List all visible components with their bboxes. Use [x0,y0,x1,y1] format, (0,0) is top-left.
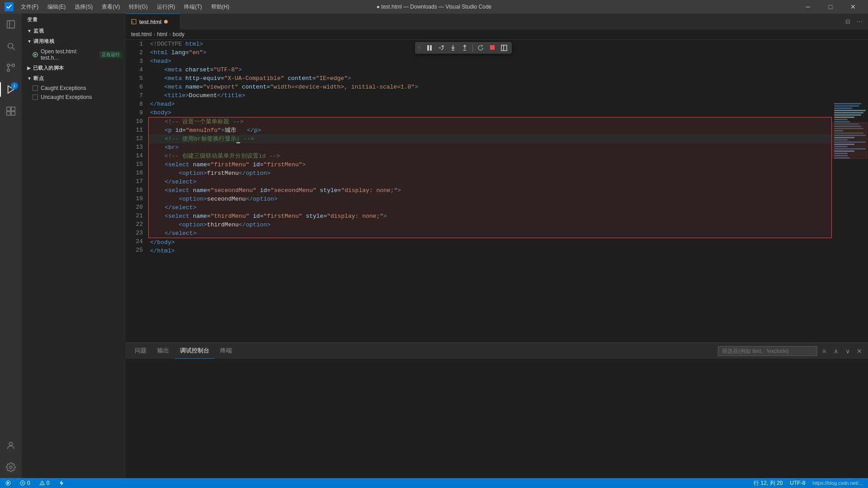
editor-content: 12345 678910 1112131415 1617181920 21222… [126,40,868,343]
loaded-scripts-header[interactable]: ▶ 已载入的脚本 [22,63,126,73]
breakpoints-section-header[interactable]: ▼ 断点 [22,73,126,84]
uncaught-exceptions-checkbox[interactable] [33,94,38,100]
cursor-position[interactable]: 行 12, 列 20 [752,479,784,487]
code-line-18: <select name="seceondMenu" id="seceondMe… [149,186,831,195]
code-line-21: <select name="thirdMenu" id="firstMenu" … [149,212,831,221]
code-line-13: <br> [149,143,831,152]
svg-rect-55 [833,122,867,159]
debug-flash-indicator[interactable] [57,480,66,486]
caught-exceptions-label: Caught Exceptions [41,85,86,91]
code-line-23: </select> [149,229,831,238]
errors-count[interactable]: 0 [18,480,32,486]
code-line-3: <head> [148,57,832,66]
code-line-14: <!-- 创建三级联动菜单并分别设置id --> [149,152,831,160]
loaded-scripts-label: 已载入的脚本 [33,65,64,71]
svg-line-3 [13,48,15,50]
tab-output[interactable]: 输出 [152,343,175,359]
editor-tabbar: h test.html ⊟ ⋯ [126,14,868,29]
menu-select[interactable]: 选择(S) [71,2,96,12]
external-link[interactable]: https://blog.csdn.net/... [811,480,864,486]
settings-icon[interactable] [0,456,22,478]
warnings-count[interactable]: 0 [38,480,52,486]
menu-edit[interactable]: 编辑(E) [44,2,69,12]
editor-actions: ⊟ ⋯ [839,14,868,29]
watch-section-header[interactable]: ▼ 监视 [22,26,126,36]
more-actions-button[interactable]: ⋯ [854,17,864,27]
breadcrumb: test.html › html › body [126,29,868,40]
restart-button[interactable] [476,43,486,53]
panel-maximize-button[interactable]: ∨ [843,346,853,356]
tab-filename: test.html [139,19,161,25]
step-over-button[interactable] [436,43,446,53]
callstack-section-header[interactable]: ▼ 调用堆栈 [22,36,126,47]
menu-goto[interactable]: 转到(G) [125,2,151,12]
step-into-button[interactable] [448,43,458,53]
debug-status[interactable] [4,480,13,486]
sidebar-item-debug[interactable]: 1 [0,79,22,100]
toolbar-drag-handle[interactable]: ⠿ [418,46,421,51]
code-line-4: <meta charset="UTF-8"> [148,66,832,74]
pause-button[interactable] [425,43,434,53]
breakpoint-item-uncaught[interactable]: Uncaught Exceptions [22,93,126,102]
panel-close-button[interactable]: ✕ [854,346,864,356]
callstack-item[interactable]: Open test.html: test.h... 正在运行 [22,47,126,63]
statusbar-right: 行 12, 列 20 UTF-8 https://blog.csdn.net/.… [752,479,864,487]
sidebar-item-source-control[interactable] [0,57,22,79]
code-line-19: <option>seceondMenu</option> [149,195,831,203]
sidebar-title: 变量 [22,14,126,26]
debug-console-filter[interactable] [718,346,817,356]
breadcrumb-sep-2: › [169,31,171,38]
panel-tab-actions: ≡ ∧ ∨ ✕ [718,346,864,356]
menu-terminal[interactable]: 终端(T) [180,2,205,12]
breadcrumb-file[interactable]: test.html [131,31,151,38]
code-line-8: </head> [148,100,832,108]
code-line-15: <select name="firstMenu" id="firstMenu"> [149,160,831,169]
svg-rect-26 [501,45,507,51]
code-line-20: </select> [149,203,831,212]
tab-test-html[interactable]: h test.html [126,14,180,29]
caught-exceptions-checkbox[interactable] [33,85,38,91]
activity-bar: 1 [0,14,22,478]
sidebar: 变量 ▼ 监视 ▼ 调用堆栈 Open test.html: test.h...… [22,14,126,478]
tab-terminal[interactable]: 终端 [215,343,237,359]
filter-list-button[interactable]: ≡ [819,346,829,356]
code-line-5: <meta http-equiv="X-UA-Compatible" conte… [148,74,832,83]
code-editor[interactable]: <!DOCTYPE html> <html lang="en"> <head> … [148,40,832,343]
breadcrumb-sep-1: › [153,31,155,38]
panel-collapse-up-button[interactable]: ∧ [831,346,841,356]
sidebar-item-search[interactable] [0,35,22,57]
uncaught-exceptions-label: Uncaught Exceptions [41,94,92,100]
sidebar-item-explorer[interactable] [0,14,22,35]
close-button[interactable]: ✕ [843,0,863,14]
code-line-10: <!-- 设置一个菜单标题 --> [149,117,831,126]
toggle-editor-area-button[interactable] [499,43,509,53]
code-line-7: <title>Document</title> [148,91,832,100]
breadcrumb-html[interactable]: html [157,31,167,38]
sidebar-item-extensions[interactable] [0,100,22,122]
svg-point-6 [12,64,15,67]
code-line-24: </body> [148,238,832,247]
stop-button[interactable] [487,43,497,53]
breadcrumb-body[interactable]: body [173,31,184,38]
encoding[interactable]: UTF-8 [788,480,807,486]
maximize-button[interactable]: □ [820,0,841,14]
step-out-button[interactable] [460,43,470,53]
tab-problems[interactable]: 问题 [129,343,152,359]
svg-rect-25 [490,45,495,50]
breakpoint-item-caught[interactable]: Caught Exceptions [22,84,126,93]
menu-file[interactable]: 文件(F) [17,2,42,12]
menu-run[interactable]: 运行(R) [153,2,179,12]
account-icon[interactable] [0,435,22,456]
menu-help[interactable]: 帮助(H) [208,2,233,12]
minimize-button[interactable]: ─ [797,0,818,14]
debug-console-output[interactable] [126,359,868,478]
debug-toolbar: ⠿ [415,42,512,54]
tab-debug-console[interactable]: 调试控制台 [175,343,215,359]
panel-tabs: 问题 输出 调试控制台 终端 ≡ ∧ ∨ ✕ [126,343,868,359]
svg-rect-32 [834,108,852,109]
menu-view[interactable]: 查看(V) [98,2,123,12]
split-editor-button[interactable]: ⊟ [843,17,853,27]
code-line-17: </select> [149,178,831,186]
svg-rect-12 [7,112,10,115]
titlebar: 文件(F) 编辑(E) 选择(S) 查看(V) 转到(G) 运行(R) 终端(T… [0,0,868,14]
